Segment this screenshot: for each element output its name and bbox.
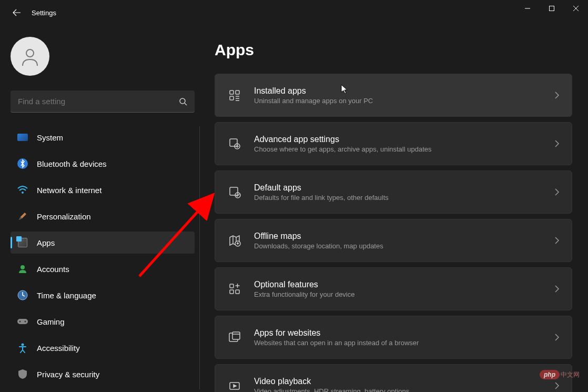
sidebar-item-network[interactable]: Network & internet — [11, 179, 195, 201]
nav-label: Network & internet — [37, 186, 102, 195]
card-text: Default apps Defaults for file and link … — [254, 183, 555, 202]
nav-label: Time & language — [37, 291, 96, 300]
bluetooth-icon — [17, 158, 28, 169]
svg-point-14 — [22, 344, 24, 346]
card-text: Offline maps Downloads, storage location… — [254, 232, 555, 250]
card-apps-for-websites[interactable]: Apps for websites Websites that can open… — [215, 316, 572, 359]
nav-label: Apps — [37, 238, 55, 247]
back-button[interactable] — [6, 2, 27, 23]
chevron-right-icon — [555, 140, 559, 147]
nav-label: Accessibility — [37, 344, 80, 353]
card-installed-apps[interactable]: Installed apps Uninstall and manage apps… — [215, 74, 572, 117]
nav-label: Bluetooth & devices — [37, 159, 107, 168]
sidebar-item-gaming[interactable]: Gaming — [11, 310, 195, 333]
card-title: Video playback — [254, 377, 555, 386]
chevron-right-icon — [555, 92, 559, 99]
card-text: Advanced app settings Choose where to ge… — [254, 135, 555, 153]
sidebar-item-privacy[interactable]: Privacy & security — [11, 363, 195, 385]
svg-rect-15 — [230, 91, 234, 94]
sidebar-item-accounts[interactable]: Accounts — [11, 258, 195, 280]
svg-rect-26 — [230, 284, 234, 288]
monitor-icon — [17, 132, 28, 143]
chevron-right-icon — [555, 382, 559, 389]
minimize-icon — [525, 6, 530, 11]
card-subtitle: Choose where to get apps, archive apps, … — [254, 145, 555, 153]
nav-label: System — [37, 133, 63, 142]
sidebar-item-time-language[interactable]: Time & language — [11, 284, 195, 306]
card-optional-features[interactable]: Optional features Extra functionality fo… — [215, 267, 572, 310]
nav-list: System Bluetooth & devices Network & int… — [11, 126, 200, 389]
maximize-icon — [549, 6, 554, 11]
sidebar-item-system[interactable]: System — [11, 126, 195, 148]
maximize-button[interactable] — [540, 0, 564, 17]
svg-rect-11 — [17, 319, 28, 324]
svg-rect-28 — [236, 290, 239, 294]
optional-features-icon — [228, 282, 241, 296]
advanced-settings-icon — [228, 137, 241, 150]
watermark-text: 中文网 — [561, 370, 580, 379]
svg-point-5 — [180, 98, 185, 104]
card-title: Apps for websites — [254, 328, 555, 338]
shield-icon — [17, 368, 28, 380]
search-input[interactable] — [18, 97, 179, 106]
app-title: Settings — [32, 9, 56, 17]
watermark: php 中文网 — [540, 370, 580, 379]
card-offline-maps[interactable]: Offline maps Downloads, storage location… — [215, 219, 572, 262]
chevron-right-icon — [555, 334, 559, 341]
wifi-icon — [17, 184, 28, 196]
card-subtitle: Uninstall and manage apps on your PC — [254, 97, 555, 105]
watermark-badge: php — [540, 370, 560, 379]
sidebar-item-accessibility[interactable]: Accessibility — [11, 337, 195, 359]
card-default-apps[interactable]: Default apps Defaults for file and link … — [215, 170, 572, 214]
close-button[interactable] — [564, 0, 588, 17]
card-text: Apps for websites Websites that can open… — [254, 328, 555, 347]
apps-icon — [17, 237, 28, 248]
svg-point-12 — [19, 321, 21, 323]
arrow-left-icon — [13, 8, 21, 17]
user-avatar[interactable] — [11, 37, 49, 76]
svg-point-13 — [25, 321, 26, 323]
installed-apps-icon — [228, 88, 241, 102]
svg-rect-32 — [232, 332, 240, 339]
card-text: Optional features Extra functionality fo… — [254, 280, 555, 298]
nav-label: Personalization — [37, 212, 91, 221]
sidebar-item-bluetooth[interactable]: Bluetooth & devices — [11, 153, 195, 175]
nav-label: Privacy & security — [37, 370, 99, 379]
default-apps-icon — [228, 185, 241, 199]
offline-maps-icon — [228, 234, 241, 247]
chevron-right-icon — [555, 237, 559, 244]
svg-rect-17 — [230, 96, 234, 100]
sidebar-item-apps[interactable]: Apps — [11, 232, 195, 254]
card-list: Installed apps Uninstall and manage apps… — [215, 74, 572, 392]
person-icon — [19, 46, 40, 67]
video-playback-icon — [228, 379, 241, 392]
minimize-button[interactable] — [515, 0, 540, 17]
card-subtitle: Downloads, storage location, map updates — [254, 242, 555, 250]
chevron-right-icon — [555, 285, 559, 293]
search-icon — [179, 97, 187, 106]
sidebar-item-personalization[interactable]: Personalization — [11, 205, 195, 227]
svg-line-6 — [185, 103, 187, 105]
svg-rect-27 — [230, 290, 234, 294]
card-text: Installed apps Uninstall and manage apps… — [254, 86, 555, 105]
card-title: Default apps — [254, 183, 555, 193]
search-box[interactable] — [11, 91, 195, 113]
paintbrush-icon — [17, 210, 28, 222]
chevron-right-icon — [555, 188, 559, 196]
nav-label: Accounts — [37, 265, 69, 274]
accounts-icon — [17, 263, 28, 275]
card-video-playback[interactable]: Video playback Video adjustments, HDR st… — [215, 364, 572, 392]
accessibility-icon — [17, 342, 28, 354]
card-advanced-app-settings[interactable]: Advanced app settings Choose where to ge… — [215, 122, 572, 165]
gamepad-icon — [17, 316, 28, 327]
card-subtitle: Extra functionality for your device — [254, 290, 555, 298]
card-title: Installed apps — [254, 86, 555, 96]
titlebar: Settings — [0, 0, 588, 25]
card-subtitle: Websites that can open in an app instead… — [254, 339, 555, 347]
card-text: Video playback Video adjustments, HDR st… — [254, 377, 555, 393]
card-subtitle: Video adjustments, HDR streaming, batter… — [254, 387, 555, 393]
svg-point-9 — [21, 265, 25, 269]
svg-rect-21 — [230, 139, 237, 146]
page-title: Apps — [215, 41, 572, 59]
content: Apps Installed apps Uninstall and manage… — [200, 25, 588, 392]
